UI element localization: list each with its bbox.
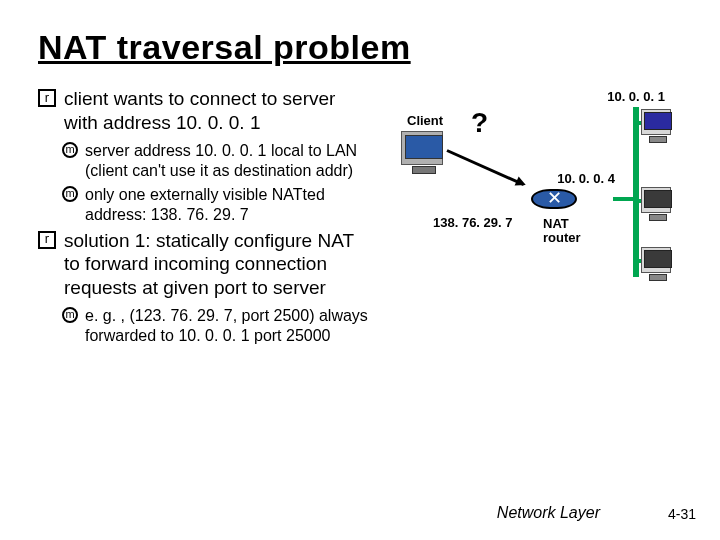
question-mark-icon: ?	[471, 107, 488, 139]
box-marker-icon: r	[38, 231, 56, 249]
circle-marker-icon: m	[62, 307, 78, 323]
slide-title: NAT traversal problem	[38, 28, 682, 67]
arrow-icon	[446, 149, 524, 186]
server-pc-icon	[641, 109, 671, 135]
circle-marker-icon: m	[62, 186, 78, 202]
router-lan-ip-label: 10. 0. 0. 4	[557, 171, 615, 186]
bullet-r2: r solution 1: statically configure NAT t…	[38, 229, 373, 300]
network-diagram: Client ? 10. 0. 0. 1 10. 0. 0. 4 138. 76…	[373, 97, 673, 357]
box-marker-icon: r	[38, 89, 56, 107]
bullet-text: solution 1: statically configure NAT to …	[64, 229, 373, 300]
router-icon	[531, 189, 577, 209]
bullet-text: only one externally visible NATted addre…	[85, 185, 373, 225]
circle-marker-icon: m	[62, 142, 78, 158]
lan-bus-icon	[633, 107, 639, 277]
bullet-m3: m e. g. , (123. 76. 29. 7, port 2500) al…	[62, 306, 373, 346]
lan-tap-icon	[613, 197, 633, 201]
bullet-m2: m only one externally visible NATted add…	[62, 185, 373, 225]
bullet-text: server address 10. 0. 0. 1 local to LAN …	[85, 141, 373, 181]
client-label: Client	[407, 113, 443, 128]
bullet-r1: r client wants to connect to server with…	[38, 87, 373, 135]
host-pc-icon	[641, 187, 671, 213]
footer-section: Network Layer	[497, 504, 600, 522]
nat-router-label: NAT router	[543, 217, 581, 246]
host-pc-icon	[641, 247, 671, 273]
footer-page-number: 4-31	[668, 506, 696, 522]
server-ip-label: 10. 0. 0. 1	[607, 89, 665, 104]
bullet-text: e. g. , (123. 76. 29. 7, port 2500) alwa…	[85, 306, 373, 346]
router-wan-ip-label: 138. 76. 29. 7	[433, 215, 513, 230]
text-column: r client wants to connect to server with…	[38, 87, 373, 357]
bullet-text: client wants to connect to server with a…	[64, 87, 373, 135]
bullet-m1: m server address 10. 0. 0. 1 local to LA…	[62, 141, 373, 181]
client-pc-icon	[401, 131, 443, 165]
